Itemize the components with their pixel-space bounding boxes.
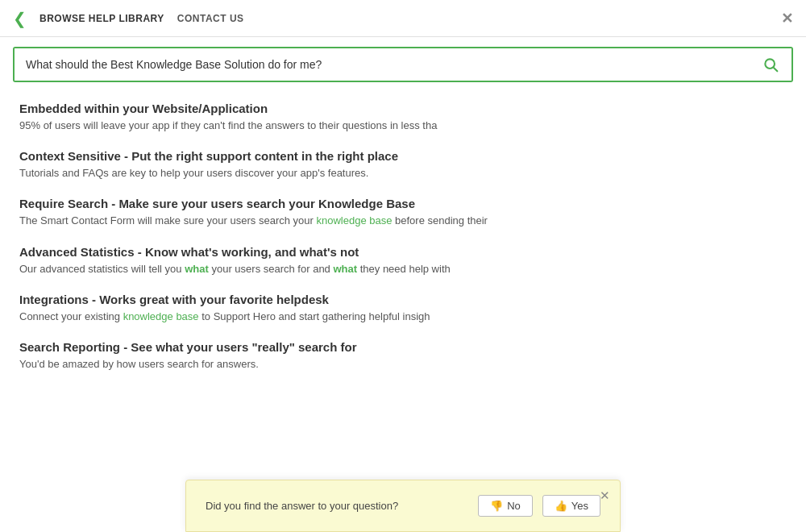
yes-button[interactable]: 👍 Yes [542, 495, 600, 517]
result-title[interactable]: Integrations - Works great with your fav… [19, 293, 787, 306]
search-bar [13, 47, 793, 82]
feedback-close-button[interactable]: ✕ [600, 488, 610, 503]
list-item: Search Reporting - See what your users "… [19, 340, 787, 372]
result-title[interactable]: Embedded within your Website/Application [19, 102, 787, 115]
feedback-question: Did you find the answer to your question… [206, 500, 468, 512]
result-desc: The Smart Contact Form will make sure yo… [19, 214, 787, 228]
header: ❮ BROWSE HELP LIBRARY CONTACT US ✕ [0, 0, 806, 37]
no-label: No [507, 500, 521, 512]
feedback-banner: Did you find the answer to your question… [185, 480, 621, 532]
result-title[interactable]: Require Search - Make sure your users se… [19, 197, 787, 210]
thumbs-up-icon: 👍 [555, 500, 567, 512]
thumbs-down-icon: 👎 [490, 500, 503, 512]
result-title[interactable]: Context Sensitive - Put the right suppor… [19, 149, 787, 163]
knowledge-base-link-2[interactable]: knowledge base [123, 310, 199, 322]
nav-contact-us[interactable]: CONTACT US [177, 13, 244, 24]
result-desc: Connect your existing knowledge base to … [19, 310, 787, 324]
close-button[interactable]: ✕ [781, 10, 793, 27]
back-button[interactable]: ❮ [13, 9, 27, 28]
list-item: Advanced Statistics - Know what's workin… [19, 245, 787, 276]
search-input[interactable] [15, 48, 750, 81]
result-title[interactable]: Search Reporting - See what your users "… [19, 340, 787, 354]
list-item: Integrations - Works great with your fav… [19, 293, 787, 324]
yes-label: Yes [571, 500, 588, 512]
svg-point-0 [765, 59, 775, 69]
what-link-1[interactable]: what [185, 263, 209, 275]
search-icon [762, 56, 779, 73]
list-item: Require Search - Make sure your users se… [19, 197, 787, 228]
no-button[interactable]: 👎 No [478, 495, 533, 517]
what-link-2[interactable]: what [333, 263, 357, 275]
result-desc: You'd be amazed by how users search for … [19, 357, 787, 372]
list-item: Embedded within your Website/Application… [19, 102, 787, 133]
result-desc: Our advanced statistics will tell you wh… [19, 262, 787, 276]
svg-line-1 [774, 68, 777, 71]
results-list: Embedded within your Website/Application… [0, 95, 806, 532]
search-button[interactable] [750, 48, 791, 81]
result-desc: 95% of users will leave your app if they… [19, 118, 787, 133]
nav-browse-library[interactable]: BROWSE HELP LIBRARY [39, 13, 164, 24]
knowledge-base-link[interactable]: knowledge base [316, 214, 392, 227]
result-title[interactable]: Advanced Statistics - Know what's workin… [19, 245, 787, 259]
result-desc: Tutorials and FAQs are key to help your … [19, 166, 787, 181]
list-item: Context Sensitive - Put the right suppor… [19, 149, 787, 181]
